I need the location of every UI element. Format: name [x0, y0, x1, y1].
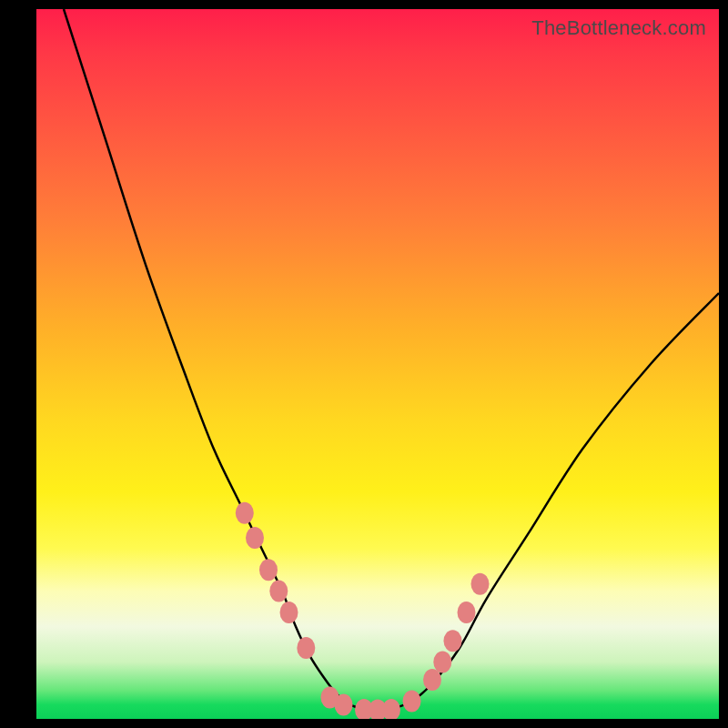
marker-dot — [471, 573, 490, 595]
marker-dot — [382, 699, 400, 719]
bottleneck-curve — [64, 9, 719, 711]
marker-dot — [335, 693, 353, 715]
marker-dot — [246, 527, 264, 549]
marker-dot — [458, 602, 476, 623]
marker-dot — [259, 559, 278, 581]
marker-dot — [297, 637, 315, 659]
chart-frame: TheBottleneck.com — [0, 0, 728, 728]
marker-dot — [433, 652, 451, 673]
chart-svg — [36, 9, 719, 719]
marker-dot — [444, 630, 462, 652]
marker-group — [236, 502, 490, 719]
marker-dot — [269, 581, 288, 602]
plot-area: TheBottleneck.com — [36, 9, 719, 719]
marker-dot — [403, 691, 421, 713]
marker-dot — [236, 502, 254, 524]
marker-dot — [423, 669, 441, 691]
marker-dot — [280, 602, 298, 623]
